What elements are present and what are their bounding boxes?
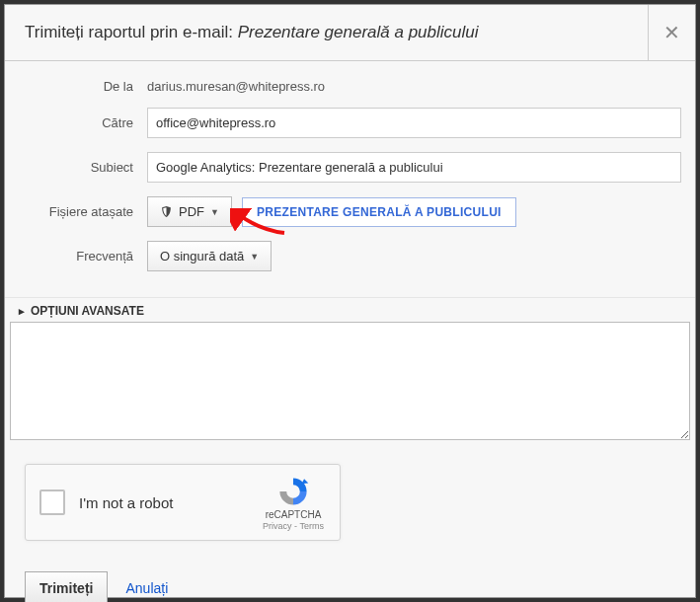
pdf-format-button[interactable]: PDF ▼ xyxy=(147,196,232,227)
row-from: De la darius.muresan@whitepress.ro xyxy=(19,79,681,94)
to-input[interactable] xyxy=(147,108,681,138)
form-body: De la darius.muresan@whitepress.ro Către… xyxy=(5,61,695,293)
subject-input[interactable] xyxy=(147,152,681,183)
to-label: Către xyxy=(19,115,147,130)
row-to: Către xyxy=(19,108,681,138)
subject-label: Subiect xyxy=(19,160,147,175)
email-report-dialog: Trimiteți raportul prin e-mail: Prezenta… xyxy=(4,4,696,598)
recaptcha-label: I'm not a robot xyxy=(79,494,257,511)
from-value: darius.muresan@whitepress.ro xyxy=(147,79,681,94)
captcha-section: I'm not a robot reCAPTCHA Privacy - Term… xyxy=(5,444,695,561)
dialog-footer: Trimiteți Anulați xyxy=(5,561,695,602)
recaptcha-terms-link[interactable]: Terms xyxy=(299,521,324,531)
recaptcha-privacy-link[interactable]: Privacy xyxy=(263,521,292,531)
row-frequency: Frecvență O singură dată ▼ xyxy=(19,241,681,271)
attach-label: Fișiere atașate xyxy=(19,204,147,219)
cancel-link[interactable]: Anulați xyxy=(125,580,168,596)
dialog-title: Trimiteți raportul prin e-mail: Prezenta… xyxy=(5,5,648,60)
title-prefix: Trimiteți raportul prin e-mail: xyxy=(25,23,238,41)
recaptcha-checkbox[interactable] xyxy=(39,489,65,515)
message-body-textarea[interactable] xyxy=(10,322,690,440)
attach-controls: PDF ▼ PREZENTARE GENERALĂ A PUBLICULUI xyxy=(147,196,516,227)
row-subject: Subiect xyxy=(19,152,681,183)
advanced-options-label: OPȚIUNI AVANSATE xyxy=(31,304,144,318)
submit-button[interactable]: Trimiteți xyxy=(25,571,108,602)
recaptcha-brand-text: reCAPTCHA xyxy=(266,509,322,520)
recaptcha-branding: reCAPTCHA Privacy - Terms xyxy=(257,475,340,531)
from-label: De la xyxy=(19,79,147,94)
title-report-name: Prezentare generală a publicului xyxy=(238,23,479,41)
pdf-icon xyxy=(160,205,173,218)
freq-label: Frecvență xyxy=(19,249,147,263)
close-button[interactable]: ✕ xyxy=(648,5,695,60)
expand-arrow-icon: ▸ xyxy=(19,305,25,318)
recaptcha-widget: I'm not a robot reCAPTCHA Privacy - Term… xyxy=(25,464,341,541)
freq-controls: O singură dată ▼ xyxy=(147,241,272,271)
row-attachments: Fișiere atașate PDF ▼ PREZENTARE GENERAL… xyxy=(19,196,681,227)
frequency-value: O singură dată xyxy=(160,249,244,263)
recaptcha-icon xyxy=(276,475,310,508)
frequency-button[interactable]: O singură dată ▼ xyxy=(147,241,272,271)
attachment-chip[interactable]: PREZENTARE GENERALĂ A PUBLICULUI xyxy=(242,197,516,227)
svg-marker-0 xyxy=(302,479,309,484)
advanced-options-toggle[interactable]: ▸ OPȚIUNI AVANSATE xyxy=(5,297,695,322)
message-body-wrap xyxy=(5,322,695,444)
dialog-header: Trimiteți raportul prin e-mail: Prezenta… xyxy=(5,5,695,61)
close-icon: ✕ xyxy=(663,21,680,44)
recaptcha-links: Privacy - Terms xyxy=(263,521,324,531)
chevron-down-icon: ▼ xyxy=(210,207,219,217)
pdf-button-label: PDF xyxy=(179,204,204,219)
chevron-down-icon: ▼ xyxy=(250,252,259,262)
